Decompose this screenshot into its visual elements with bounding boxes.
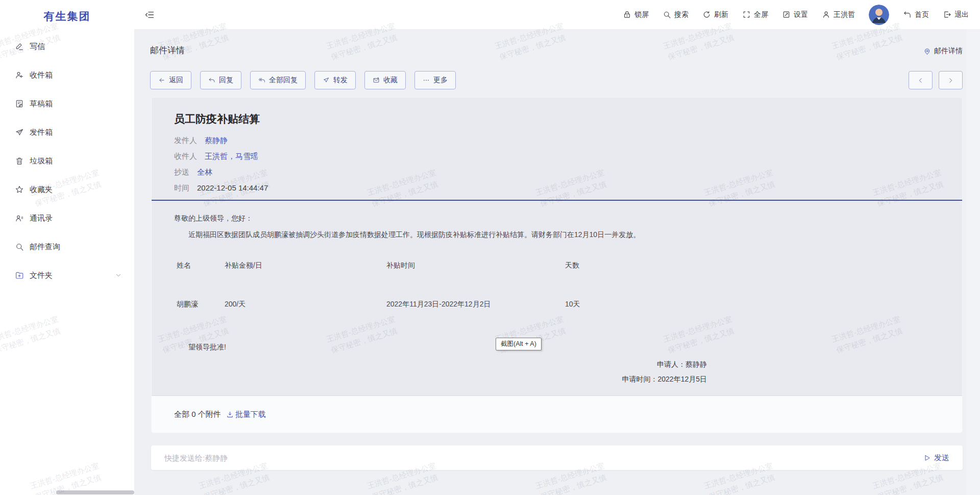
star-icon	[15, 185, 24, 194]
sidebar-item-favorites[interactable]: 收藏夹	[0, 175, 134, 204]
return-home-icon	[903, 10, 912, 19]
apply-time-line: 申请时间：2022年12月5日	[174, 372, 707, 387]
prev-mail-button[interactable]	[909, 71, 933, 89]
sidebar: 有生集团 写信 收件箱 草稿箱 发件箱 垃圾箱 收藏夹 通讯录	[0, 0, 134, 495]
location-pin-icon	[923, 48, 931, 55]
cc-contact-link[interactable]: 全林	[197, 164, 212, 180]
sidebar-item-drafts[interactable]: 草稿箱	[0, 89, 134, 118]
download-icon	[226, 411, 234, 418]
from-contact-link[interactable]: 蔡静静	[205, 132, 228, 148]
back-button[interactable]: 返回	[150, 71, 191, 89]
applicant-line: 申请人：蔡静静	[174, 357, 707, 372]
cell-period: 2022年11月23日-2022年12月2日	[386, 299, 565, 309]
reply-all-icon	[258, 77, 265, 84]
screenshot-tooltip: 截图(Alt + A)	[496, 338, 542, 350]
batch-download-button[interactable]: 批量下载	[226, 410, 266, 419]
attachments-bar: 全部 0 个附件 批量下载	[152, 395, 962, 433]
sidebar-menu: 写信 收件箱 草稿箱 发件箱 垃圾箱 收藏夹 通讯录 邮件查询	[0, 32, 134, 290]
from-label: 发件人	[174, 132, 197, 148]
mail-star-icon	[373, 77, 380, 84]
lock-screen-button[interactable]: 锁屏	[623, 10, 649, 19]
reply-all-button[interactable]: 全部回复	[250, 71, 306, 89]
to-label: 收件人	[174, 148, 197, 164]
apply-block: 申请人：蔡静静 申请时间：2022年12月5日	[174, 357, 707, 387]
sidebar-item-label: 发件箱	[30, 128, 53, 137]
attachments-summary: 全部 0 个附件	[174, 410, 221, 419]
sidebar-item-sent[interactable]: 发件箱	[0, 118, 134, 147]
contacts-icon	[15, 214, 24, 223]
home-button[interactable]: 首页	[903, 10, 929, 19]
cell-amount: 200/天	[225, 299, 386, 309]
breadcrumb-label: 邮件详情	[934, 46, 963, 56]
breadcrumb: 邮件详情	[923, 46, 963, 56]
mail-subject: 员工防疫补贴结算	[174, 112, 940, 126]
sidebar-item-label: 邮件查询	[30, 242, 60, 252]
fullscreen-button[interactable]: 全屏	[742, 10, 768, 19]
refresh-icon	[702, 10, 711, 19]
avatar[interactable]	[869, 5, 889, 25]
mail-header: 员工防疫补贴结算 发件人 蔡静静 收件人 王洪哲，马雪瑶 抄送 全林 时间 20…	[152, 98, 962, 196]
search-icon	[15, 242, 24, 251]
search-icon	[663, 10, 671, 19]
to-contacts-link[interactable]: 王洪哲，马雪瑶	[205, 148, 258, 164]
sidebar-item-folders[interactable]: 文件夹	[0, 261, 134, 290]
quick-send-input[interactable]	[164, 454, 923, 462]
table-header-row: 姓名 补贴金额/日 补贴时间 天数	[177, 260, 738, 270]
logout-button[interactable]: 退出	[943, 10, 969, 19]
sidebar-item-inbox[interactable]: 收件箱	[0, 61, 134, 89]
fullscreen-icon	[742, 10, 751, 19]
body-closing: 望领导批准!	[174, 342, 940, 352]
reply-button[interactable]: 回复	[200, 71, 241, 89]
cc-label: 抄送	[174, 164, 189, 180]
edit-square-icon	[782, 10, 791, 19]
attachments-count: 0	[191, 410, 195, 418]
send-button[interactable]: 发送	[923, 453, 949, 463]
topbar-actions: 锁屏 搜索 刷新 全屏 设置 王洪哲 首页	[623, 0, 969, 29]
quick-send-bar: 发送	[151, 445, 963, 470]
horizontal-scrollbar-thumb[interactable]	[56, 490, 134, 494]
mail-toolbar: 返回 回复 全部回复 转发 收藏 更多	[150, 71, 456, 89]
pencil-icon	[15, 42, 24, 51]
time-label: 时间	[174, 180, 189, 196]
body-greeting: 尊敬的上级领导，您好：	[174, 213, 940, 223]
mail-time: 2022-12-05 14:44:47	[197, 180, 268, 196]
cell-days: 10天	[565, 299, 738, 309]
sidebar-item-label: 写信	[30, 42, 45, 52]
menu-fold-icon[interactable]	[144, 10, 155, 20]
mail-meta: 发件人 蔡静静 收件人 王洪哲，马雪瑶 抄送 全林 时间 2022-12-05 …	[174, 132, 940, 196]
vertical-scrollbar-track[interactable]	[967, 29, 980, 495]
sidebar-item-label: 收件箱	[30, 70, 53, 80]
send-triangle-icon	[923, 454, 931, 462]
brand-logo: 有生集团	[0, 0, 134, 23]
chevron-down-icon[interactable]	[115, 272, 122, 279]
search-button[interactable]: 搜索	[663, 10, 689, 19]
sidebar-item-compose[interactable]: 写信	[0, 32, 134, 61]
mail-pager	[909, 71, 963, 89]
table-row: 胡鹏濠 200/天 2022年11月23日-2022年12月2日 10天	[177, 299, 738, 309]
sidebar-item-label: 收藏夹	[30, 185, 53, 195]
mail-body: 尊敬的上级领导，您好： 近期福田区数据团队成员胡鹏濠被抽调沙头街道参加疫情数据处…	[152, 201, 962, 387]
sidebar-item-trash[interactable]: 垃圾箱	[0, 147, 134, 175]
mail-card: 员工防疫补贴结算 发件人 蔡静静 收件人 王洪哲，马雪瑶 抄送 全林 时间 20…	[151, 97, 963, 433]
settings-button[interactable]: 设置	[782, 10, 808, 19]
refresh-button[interactable]: 刷新	[702, 10, 728, 19]
table-header-period: 补贴时间	[386, 260, 565, 270]
next-mail-button[interactable]	[939, 71, 963, 89]
sidebar-item-contacts[interactable]: 通讯录	[0, 204, 134, 232]
draft-icon	[15, 99, 24, 108]
folder-plus-icon	[15, 271, 24, 280]
favorite-button[interactable]: 收藏	[364, 71, 406, 89]
table-header-name: 姓名	[177, 260, 225, 270]
sidebar-item-mail-search[interactable]: 邮件查询	[0, 232, 134, 261]
more-button[interactable]: 更多	[414, 71, 456, 89]
inbox-person-icon	[15, 70, 24, 80]
subsidy-table: 姓名 补贴金额/日 补贴时间 天数 胡鹏濠 200/天 2022年11月23日-…	[177, 260, 738, 309]
user-button[interactable]: 王洪哲	[822, 10, 855, 19]
forward-icon	[323, 77, 330, 84]
forward-button[interactable]: 转发	[314, 71, 356, 89]
sidebar-item-label: 垃圾箱	[30, 156, 53, 166]
sidebar-item-label: 草稿箱	[30, 99, 53, 109]
page-title: 邮件详情	[150, 44, 185, 56]
lock-icon	[623, 10, 631, 19]
reply-icon	[208, 77, 215, 84]
